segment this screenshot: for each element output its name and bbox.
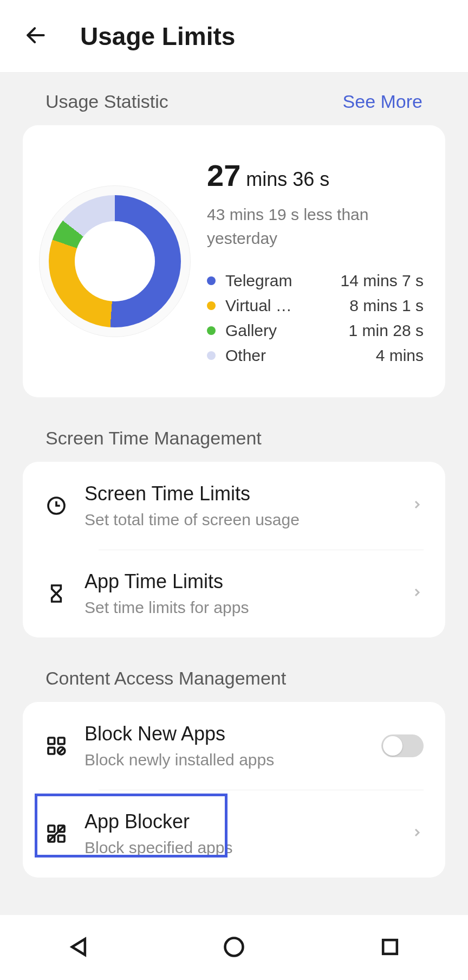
legend-name: Virtual … bbox=[225, 296, 312, 315]
svg-rect-5 bbox=[58, 738, 64, 744]
app-time-limits-item[interactable]: App Time Limits Set time limits for apps bbox=[23, 550, 445, 637]
total-time: 27 mins 36 s bbox=[207, 158, 424, 193]
see-more-link[interactable]: See More bbox=[343, 91, 422, 112]
delta-vs-yesterday: 43 mins 19 s less than yesterday bbox=[207, 203, 424, 250]
screen-time-card: Screen Time Limits Set total time of scr… bbox=[23, 462, 445, 637]
usage-legend: Telegram 14 mins 7 s Virtual … 8 mins 1 … bbox=[207, 272, 424, 365]
usage-stats-card[interactable]: 27 mins 36 s 43 mins 19 s less than yest… bbox=[23, 125, 445, 397]
item-title: App Time Limits bbox=[84, 570, 394, 593]
block-new-apps-item[interactable]: Block New Apps Block newly installed app… bbox=[23, 702, 445, 790]
legend-item: Telegram 14 mins 7 s bbox=[207, 272, 424, 290]
usage-donut-chart bbox=[39, 185, 191, 337]
svg-rect-6 bbox=[48, 747, 55, 754]
svg-marker-14 bbox=[72, 939, 85, 955]
legend-dot-icon bbox=[207, 301, 216, 310]
chevron-right-icon bbox=[411, 826, 424, 841]
back-icon[interactable] bbox=[24, 23, 48, 49]
screen-time-limits-item[interactable]: Screen Time Limits Set total time of scr… bbox=[23, 462, 445, 550]
content-access-card: Block New Apps Block newly installed app… bbox=[23, 702, 445, 878]
system-navbar bbox=[0, 915, 468, 980]
item-title: App Blocker bbox=[84, 810, 394, 833]
chevron-right-icon bbox=[411, 586, 424, 601]
item-subtitle: Set total time of screen usage bbox=[84, 511, 394, 529]
section-label: Usage Statistic bbox=[46, 91, 168, 112]
legend-dot-icon bbox=[207, 326, 216, 335]
item-subtitle: Set time limits for apps bbox=[84, 598, 394, 617]
app-header: Usage Limits bbox=[0, 0, 468, 73]
svg-rect-9 bbox=[48, 826, 55, 832]
nav-recents-icon[interactable] bbox=[378, 935, 402, 961]
legend-name: Gallery bbox=[225, 321, 312, 340]
chevron-right-icon bbox=[411, 498, 424, 513]
svg-rect-4 bbox=[48, 738, 55, 744]
item-subtitle: Block newly installed apps bbox=[84, 751, 365, 769]
apps-block-icon bbox=[44, 735, 68, 757]
legend-dot-icon bbox=[207, 276, 216, 285]
nav-home-icon[interactable] bbox=[222, 935, 246, 961]
svg-point-15 bbox=[225, 938, 243, 956]
clock-icon bbox=[44, 495, 68, 517]
section-screen-time-header: Screen Time Management bbox=[0, 397, 468, 462]
legend-value: 4 mins bbox=[376, 346, 424, 365]
section-label: Screen Time Management bbox=[46, 428, 262, 449]
svg-rect-12 bbox=[58, 835, 64, 842]
legend-item: Other 4 mins bbox=[207, 346, 424, 365]
legend-item: Gallery 1 min 28 s bbox=[207, 321, 424, 340]
item-title: Screen Time Limits bbox=[84, 482, 394, 505]
legend-value: 1 min 28 s bbox=[349, 321, 424, 340]
item-subtitle: Block specified apps bbox=[84, 839, 394, 857]
legend-name: Other bbox=[225, 346, 312, 365]
apps-blocked-icon bbox=[44, 823, 68, 844]
legend-dot-icon bbox=[207, 351, 216, 360]
legend-item: Virtual … 8 mins 1 s bbox=[207, 296, 424, 315]
usage-stats-info: 27 mins 36 s 43 mins 19 s less than yest… bbox=[207, 158, 424, 365]
nav-back-icon[interactable] bbox=[66, 935, 90, 961]
app-blocker-item[interactable]: App Blocker Block specified apps bbox=[23, 790, 445, 878]
svg-line-13 bbox=[48, 826, 64, 842]
item-title: Block New Apps bbox=[84, 723, 365, 745]
total-time-number: 27 bbox=[207, 158, 240, 193]
total-time-unit: mins 36 s bbox=[246, 168, 329, 191]
legend-name: Telegram bbox=[225, 272, 312, 290]
section-content-access-header: Content Access Management bbox=[0, 637, 468, 702]
svg-rect-16 bbox=[383, 940, 397, 954]
legend-value: 14 mins 7 s bbox=[341, 272, 424, 290]
block-new-apps-toggle[interactable] bbox=[381, 734, 424, 757]
legend-value: 8 mins 1 s bbox=[349, 296, 424, 315]
hourglass-icon bbox=[44, 583, 68, 604]
section-usage-header: Usage Statistic See More bbox=[0, 73, 468, 125]
page-title: Usage Limits bbox=[80, 22, 235, 51]
section-label: Content Access Management bbox=[46, 668, 286, 689]
